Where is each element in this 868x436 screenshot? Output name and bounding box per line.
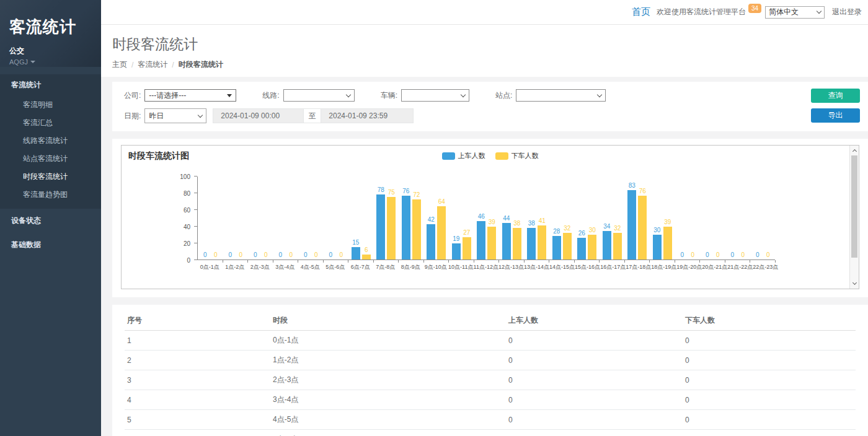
- y-tick-label: 100: [180, 173, 190, 180]
- app-logo-title: 客流统计: [9, 16, 92, 38]
- scrollbar-thumb[interactable]: [851, 155, 857, 258]
- breadcrumb: 主页 / 客流统计 / 时段客流统计: [112, 59, 868, 70]
- chart-bar[interactable]: 39: [487, 227, 496, 259]
- chart-bar[interactable]: 41: [538, 225, 546, 259]
- bar-value-label: 0: [741, 251, 745, 258]
- table-cell: 6: [125, 430, 270, 436]
- legend-item[interactable]: 上车人数: [442, 151, 485, 160]
- chart-bar[interactable]: 19: [452, 243, 461, 259]
- chart-bar[interactable]: 28: [552, 236, 561, 259]
- table-row: 10点-1点00: [125, 331, 856, 351]
- chart-bar[interactable]: 64: [437, 206, 446, 259]
- chart-bar[interactable]: 27: [463, 237, 471, 259]
- sidebar-subitem[interactable]: 客流明细: [0, 96, 101, 114]
- chart-bar[interactable]: 75: [387, 197, 396, 259]
- bar-value-label: 42: [428, 216, 435, 223]
- sidebar-subitem[interactable]: 线路客流统计: [0, 132, 101, 150]
- sidebar-subitem[interactable]: 客流量趋势图: [0, 186, 101, 204]
- chart-bar[interactable]: 72: [412, 199, 421, 259]
- y-tick-label: 60: [184, 207, 190, 214]
- breadcrumb-home[interactable]: 主页: [112, 59, 127, 70]
- sidebar-subitem[interactable]: 时段客流统计: [0, 168, 101, 186]
- company-select[interactable]: ---请选择---: [144, 89, 236, 102]
- chart-bar[interactable]: 32: [613, 233, 622, 259]
- bar-value-label: 44: [503, 215, 510, 222]
- x-axis-label: 4点-5点: [298, 263, 323, 271]
- chart-bar[interactable]: 26: [577, 238, 586, 259]
- date-label: 日期:: [124, 111, 141, 121]
- query-button[interactable]: 查询: [811, 89, 860, 103]
- chart-bar-group: 156: [348, 177, 374, 259]
- chart-bar-group: 4438: [499, 177, 525, 259]
- chart-bar[interactable]: 46: [477, 221, 485, 259]
- chart-bar-group: 00: [298, 177, 324, 259]
- language-select-value: 简体中文: [769, 7, 799, 17]
- x-axis-label: 11点-12点: [474, 263, 499, 271]
- dropdown-triangle-icon: [227, 94, 232, 97]
- date-start-input[interactable]: 2024-01-09 00:00: [213, 108, 304, 123]
- chart-bar[interactable]: 76: [638, 196, 647, 259]
- bar-value-label: 0: [680, 251, 684, 258]
- date-end-input[interactable]: 2024-01-09 23:59: [321, 108, 414, 123]
- x-axis-label: 17点-18点: [626, 263, 651, 271]
- scrollbar-down-icon[interactable]: [850, 279, 859, 288]
- bar-value-label: 0: [203, 251, 207, 258]
- chart-bar[interactable]: 39: [663, 227, 672, 259]
- table-cell: 1: [125, 331, 270, 351]
- chart-plot: 0000000000001567875767242641927463944383…: [197, 177, 775, 260]
- breadcrumb-section[interactable]: 客流统计: [138, 59, 167, 70]
- scrollbar-up-icon[interactable]: [850, 146, 859, 155]
- x-axis-label: 18点-19点: [651, 263, 676, 271]
- bar-value-label: 15: [352, 239, 359, 246]
- date-preset-select[interactable]: 昨日: [144, 108, 206, 123]
- table-cell: 0点-1点: [270, 331, 506, 351]
- chart-bar-group: 00: [248, 177, 273, 259]
- chart-bar[interactable]: 83: [627, 190, 636, 259]
- sidebar-subitem[interactable]: 站点客流统计: [0, 150, 101, 168]
- chart-bar[interactable]: 6: [362, 255, 371, 259]
- chart-bar[interactable]: 15: [352, 247, 360, 259]
- bar-value-label: 0: [264, 251, 268, 258]
- station-select[interactable]: [516, 89, 606, 102]
- chart-bar-group: 7672: [399, 177, 424, 259]
- table-cell: 4: [125, 390, 270, 410]
- chart-bar[interactable]: 38: [527, 228, 536, 259]
- table-row: 43点-4点00: [125, 390, 856, 410]
- x-axis-label: 10点-11点: [448, 263, 474, 271]
- table-cell: 0: [683, 390, 856, 410]
- home-link[interactable]: 首页: [632, 6, 650, 18]
- bar-value-label: 6: [365, 246, 368, 253]
- chart-bar[interactable]: 38: [513, 228, 521, 259]
- vehicle-select[interactable]: [401, 89, 469, 102]
- breadcrumb-current: 时段客流统计: [179, 59, 223, 70]
- chart-bar[interactable]: 44: [502, 223, 511, 259]
- sidebar-item[interactable]: 基础数据: [0, 233, 101, 257]
- sidebar-item-passenger-stats[interactable]: 客流统计: [0, 74, 101, 96]
- chart-bar[interactable]: 42: [427, 224, 435, 259]
- logout-link[interactable]: 退出登录: [832, 7, 862, 17]
- table-row: 32点-3点00: [125, 370, 856, 390]
- legend-item[interactable]: 下车人数: [495, 151, 539, 160]
- x-axis-label: 2点-3点: [247, 263, 273, 271]
- page-content: 公司: ---请选择--- 线路: 车辆: 站点:: [101, 77, 868, 436]
- x-axis-label: 15点-16点: [575, 263, 600, 271]
- chart-bar[interactable]: 78: [376, 194, 385, 259]
- language-select[interactable]: 简体中文: [765, 6, 825, 19]
- chart-bar[interactable]: 34: [603, 231, 611, 259]
- chart-bar[interactable]: 76: [402, 196, 410, 259]
- route-select[interactable]: [283, 89, 355, 102]
- chart-bar-group: 00: [700, 177, 725, 259]
- chart-scrollbar[interactable]: [849, 146, 859, 289]
- company-label: 公司:: [124, 90, 141, 101]
- export-button[interactable]: 导出: [811, 108, 860, 123]
- sidebar-subitem[interactable]: 客流汇总: [0, 114, 101, 132]
- sidebar-item[interactable]: 设备状态: [0, 209, 101, 233]
- x-axis-label: 16点-17点: [600, 263, 626, 271]
- notification-badge[interactable]: 34: [748, 4, 761, 13]
- table-header-cell: 上车人数: [506, 311, 683, 331]
- chart-bar[interactable]: 30: [588, 235, 596, 260]
- filter-panel: 公司: ---请选择--- 线路: 车辆: 站点:: [112, 82, 868, 131]
- chart-bar[interactable]: 30: [653, 235, 662, 260]
- user-menu[interactable]: AQGJ: [9, 58, 92, 66]
- chart-bar[interactable]: 32: [563, 233, 572, 259]
